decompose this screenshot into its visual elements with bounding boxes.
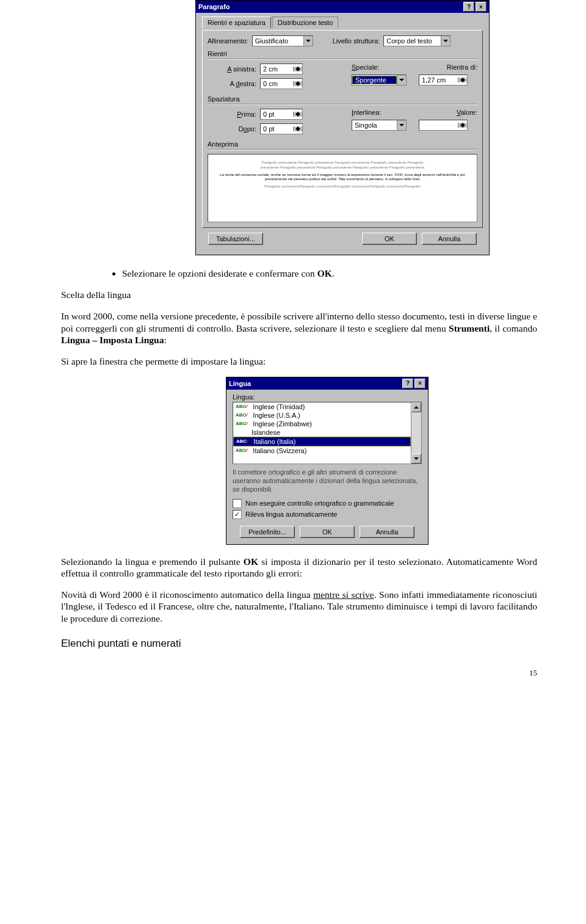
paragraph-2: Si apre la finestra che permette di impo… xyxy=(61,355,537,367)
a-destra-label: A destra: xyxy=(208,80,256,87)
livello-combo[interactable]: Corpo del testo xyxy=(383,35,450,46)
list-item[interactable]: ABCItaliano (Svizzera) xyxy=(233,446,411,455)
valore-label: Valore: xyxy=(457,109,477,116)
ok-bold: OK xyxy=(317,268,332,278)
lingua-label: Lingua: xyxy=(233,393,422,401)
caret-down-icon[interactable] xyxy=(458,125,467,128)
lingua-title: Lingua xyxy=(229,380,251,387)
paragraph-4: Novità di Word 2000 è il riconoscimento … xyxy=(61,589,537,624)
ok-button[interactable]: OK xyxy=(300,526,355,538)
speciale-label: Speciale: xyxy=(352,64,379,71)
bullet-item: Selezionare le opzioni desiderate e conf… xyxy=(122,267,537,279)
mentre-underline: mentre si scrive xyxy=(313,589,374,600)
lingua-dialog: Lingua ? × Lingua: ABCInglese (Trinidad)… xyxy=(226,377,429,545)
tabulazioni-button[interactable]: Tabulazioni... xyxy=(208,233,263,245)
checkbox-auto-detect[interactable]: ✓ Rileva lingua automaticamente xyxy=(233,510,422,519)
paragraph-3: Selezionando la lingua e premendo il pul… xyxy=(61,556,537,580)
abc-check-icon: ABC xyxy=(236,448,250,453)
caret-down-icon[interactable] xyxy=(294,114,302,117)
dopo-label: Dopo: xyxy=(208,125,256,133)
interlinea-label: Interlinea: xyxy=(352,109,381,116)
annulla-button[interactable]: Annulla xyxy=(422,233,477,245)
prima-spin[interactable]: 0 pt xyxy=(260,109,303,120)
list-item[interactable]: ABCInglese (U.S.A.) xyxy=(233,411,411,420)
abc-check-icon: ABC xyxy=(236,438,251,444)
list-item-selected[interactable]: ABCItaliano (Italia) xyxy=(233,437,411,446)
checkbox-checked-icon: ✓ xyxy=(233,510,242,519)
paragrafo-title: Paragrafo xyxy=(198,3,230,10)
lingua-helptext: Il correttore ortografico e gli altri st… xyxy=(233,468,422,494)
checkbox-icon xyxy=(233,499,242,508)
lingua-listbox[interactable]: ABCInglese (Trinidad) ABCInglese (U.S.A.… xyxy=(233,402,422,464)
interlinea-combo[interactable]: Singola xyxy=(352,120,407,131)
ok-bold: OK xyxy=(244,556,258,567)
bullet-list: Selezionare le opzioni desiderate e conf… xyxy=(98,267,537,279)
livello-label: Livello struttura: xyxy=(333,37,380,45)
paragrafo-titlebar: Paragrafo ? × xyxy=(196,1,489,13)
valore-spin[interactable] xyxy=(419,120,468,131)
abc-check-icon: ABC xyxy=(236,412,250,418)
scelta-heading: Scelta della lingua xyxy=(61,289,537,300)
abc-check-icon: ABC xyxy=(236,404,250,409)
spaziatura-group: Spaziatura xyxy=(208,95,477,103)
dopo-spin[interactable]: 0 pt xyxy=(260,123,303,134)
annulla-button[interactable]: Annulla xyxy=(360,526,414,538)
speciale-combo[interactable]: Sporgente xyxy=(352,75,407,85)
rientra-di-label: Rientra di: xyxy=(447,64,477,71)
ok-button[interactable]: OK xyxy=(362,233,417,245)
rientra-di-spin[interactable]: 1,27 cm xyxy=(419,75,468,85)
chevron-down-icon xyxy=(397,75,406,85)
close-button[interactable]: × xyxy=(414,379,425,388)
help-button[interactable]: ? xyxy=(463,2,474,12)
allineamento-label: Allineamento: xyxy=(208,37,248,45)
paragrafo-dialog: Paragrafo ? × Rientri e spaziatura Distr… xyxy=(195,0,490,255)
list-item[interactable]: Islandese xyxy=(233,428,411,437)
section-heading: Elenchi puntati e numerati xyxy=(61,638,537,650)
a-sinistra-spin[interactable]: 2 cm xyxy=(260,64,303,75)
predefinito-button[interactable]: Predefinito... xyxy=(240,526,295,538)
anteprima-preview: Paragrafo precedente Paragrafo precedent… xyxy=(208,154,477,222)
tab-rientri[interactable]: Rientri e spaziatura xyxy=(202,16,271,28)
caret-down-icon[interactable] xyxy=(458,80,467,82)
close-button[interactable]: × xyxy=(476,2,487,12)
scroll-track[interactable] xyxy=(411,412,421,454)
caret-down-icon[interactable] xyxy=(294,69,302,71)
chevron-down-icon xyxy=(397,120,406,130)
help-button[interactable]: ? xyxy=(402,379,413,388)
caret-down-icon[interactable] xyxy=(294,84,302,86)
a-destra-spin[interactable]: 0 cm xyxy=(260,78,303,89)
paragraph-1: In word 2000, come nella versione preced… xyxy=(61,310,537,346)
strumenti-bold: Strumenti xyxy=(449,323,490,333)
lingua-titlebar: Lingua ? × xyxy=(226,377,428,390)
scroll-up-button[interactable] xyxy=(411,402,421,412)
chevron-down-icon xyxy=(441,36,450,46)
anteprima-group: Anteprima xyxy=(208,140,477,148)
lingua-bold: Lingua – Imposta Lingua xyxy=(61,335,164,345)
tab-distribuzione[interactable]: Distribuzione testo xyxy=(272,16,339,28)
checkbox-no-spellcheck[interactable]: Non eseguire controllo ortografico o gra… xyxy=(233,499,422,508)
scrollbar[interactable] xyxy=(411,402,421,464)
chevron-down-icon xyxy=(303,36,313,46)
rientri-group: Rientri xyxy=(208,50,477,57)
caret-down-icon[interactable] xyxy=(294,129,302,131)
abc-check-icon: ABC xyxy=(236,421,250,426)
prima-label: Prima: xyxy=(208,111,256,118)
scroll-down-button[interactable] xyxy=(411,454,421,464)
a-sinistra-label: A sinistra: xyxy=(208,65,256,73)
page-number: 15 xyxy=(61,668,537,678)
allineamento-combo[interactable]: Giustificato xyxy=(252,35,313,46)
list-item[interactable]: ABCInglese (Zimbabwe) xyxy=(233,420,411,428)
list-item[interactable]: ABCInglese (Trinidad) xyxy=(233,402,411,411)
